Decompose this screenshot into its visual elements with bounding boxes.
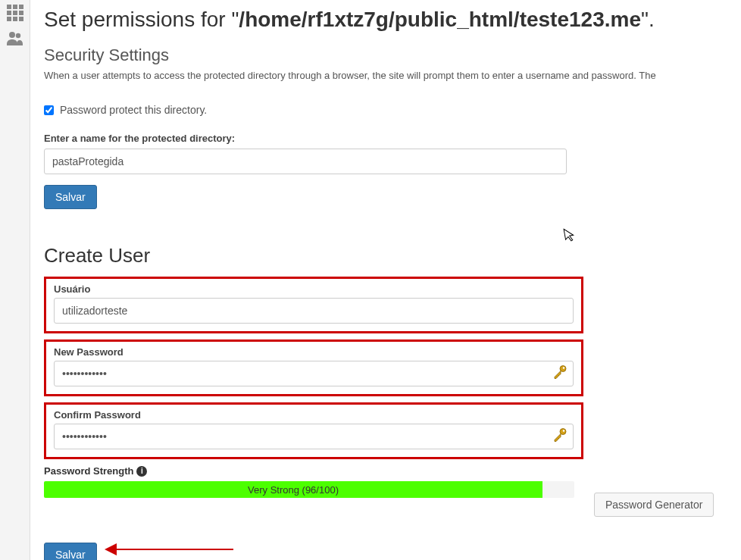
new-password-label: New Password <box>54 346 574 358</box>
security-settings-description: When a user attempts to access the prote… <box>44 70 741 81</box>
security-settings-heading: Security Settings <box>44 45 741 65</box>
create-user-heading: Create User <box>44 244 741 267</box>
username-box: Usuário <box>44 277 583 333</box>
apps-grid-icon[interactable] <box>7 5 23 21</box>
page-title: Set permissions for "/home/rf1xtz7g/publ… <box>44 8 741 32</box>
password-protect-checkbox[interactable] <box>44 105 54 115</box>
directory-name-label: Enter a name for the protected directory… <box>44 133 741 144</box>
directory-name-input[interactable] <box>44 149 567 174</box>
password-strength-row: Password Strength i Very Strong (96/100)… <box>44 465 741 517</box>
svg-point-3 <box>563 367 564 368</box>
save-user-button[interactable]: Salvar <box>44 543 97 560</box>
page-title-prefix: Set permissions for " <box>44 8 239 31</box>
key-icon[interactable] <box>552 364 567 383</box>
new-password-input[interactable] <box>54 361 574 386</box>
password-strength-label: Password Strength i <box>44 465 574 477</box>
page-title-path: /home/rf1xtz7g/public_html/teste123.me <box>239 8 641 31</box>
page-title-suffix: ". <box>641 8 655 31</box>
password-strength-bar: Very Strong (96/100) <box>44 481 574 498</box>
left-sidebar <box>0 0 30 560</box>
password-protect-label: Password protect this directory. <box>60 104 207 116</box>
info-icon[interactable]: i <box>136 466 147 477</box>
save-security-button[interactable]: Salvar <box>44 185 97 209</box>
annotation-arrow <box>105 542 233 557</box>
save-user-row: Salvar <box>44 532 741 560</box>
password-strength-fill: Very Strong (96/100) <box>44 481 542 498</box>
new-password-box: New Password <box>44 339 583 396</box>
password-protect-row: Password protect this directory. <box>44 104 741 116</box>
key-icon[interactable] <box>552 427 567 446</box>
users-icon[interactable] <box>7 30 23 49</box>
svg-point-5 <box>563 430 564 431</box>
password-strength-label-text: Password Strength <box>44 465 133 477</box>
username-label: Usuário <box>54 283 574 295</box>
username-input[interactable] <box>54 298 574 324</box>
svg-point-0 <box>9 32 15 38</box>
svg-point-1 <box>15 33 20 38</box>
main-content: Set permissions for "/home/rf1xtz7g/publ… <box>30 0 741 560</box>
password-generator-button[interactable]: Password Generator <box>594 493 714 517</box>
confirm-password-label: Confirm Password <box>54 409 574 421</box>
confirm-password-input[interactable] <box>54 424 574 449</box>
confirm-password-box: Confirm Password <box>44 402 583 459</box>
